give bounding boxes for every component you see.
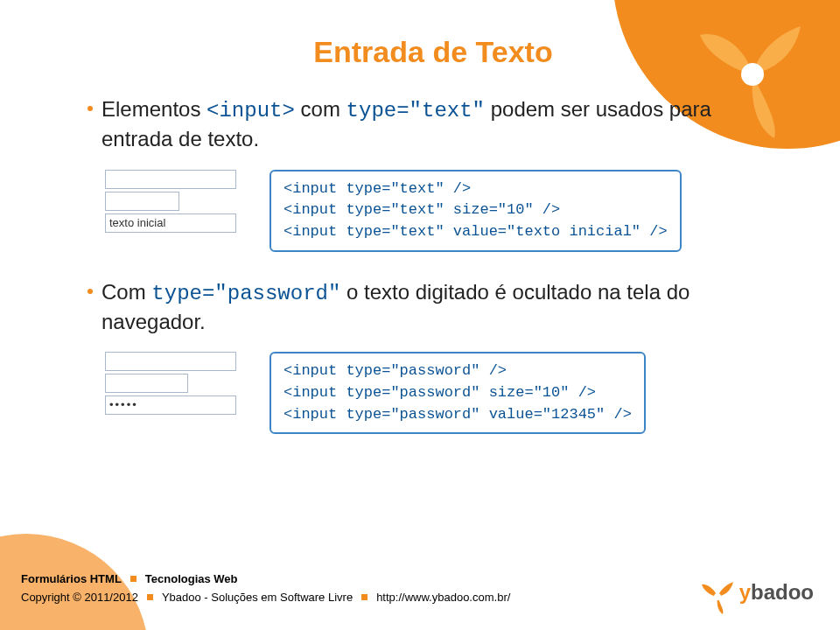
password-input-sample-2 [105,374,188,393]
footer-separator-icon [361,594,368,600]
code-inline: type="password" [151,282,340,305]
text-input-sample-3: texto inicial [105,214,236,233]
footer-separator-icon [130,576,136,582]
code-line: <input type="text" /> [284,180,471,197]
footer-url: http://www.ybadoo.com.br/ [376,591,510,604]
brand-logo-icon [700,578,735,614]
footer-separator-icon [147,594,153,600]
footer-subject: Tecnologias Web [145,572,238,585]
logo-rest: badoo [751,580,814,604]
text-frag: Com [102,280,151,304]
text-input-sample-1 [105,170,236,189]
code-line: <input type="password" /> [284,362,507,379]
footer-line-1: Formulários HTML Tecnologias Web [21,572,819,585]
code-line: <input type="text" value="texto inicial"… [284,223,668,240]
svg-point-1 [714,593,721,600]
bullet-2: Com type="password" o texto digitado é o… [88,278,779,337]
example-1-inputs: texto inicial [105,170,254,233]
code-box-1: <input type="text" /> <input type="text"… [270,170,682,252]
example-2-inputs: ••••• [105,352,254,415]
code-line: <input type="password" value="12345" /> [284,406,632,423]
brand-logo: ybadoo [700,578,814,614]
example-1: texto inicial <input type="text" /> <inp… [105,170,779,252]
code-box-2: <input type="password" /> <input type="p… [270,352,646,434]
code-inline: type="text" [346,99,485,122]
bullet-dot-icon [88,289,93,294]
text-frag: com [295,97,346,121]
code-line: <input type="password" size="10" /> [284,384,596,401]
footer-line-2: Copyright © 2011/2012 Ybadoo - Soluções … [21,591,819,604]
bullet-1: Elementos <input> com type="text" podem … [88,95,779,154]
slide-footer: Formulários HTML Tecnologias Web Copyrig… [0,562,840,630]
brand-logo-text: ybadoo [739,580,814,604]
footer-copyright: Copyright © 2011/2012 [21,591,138,604]
text-frag: Elementos [102,97,206,121]
footer-topic: Formulários HTML [21,572,122,585]
password-input-sample-3: ••••• [105,396,236,415]
footer-company: Ybadoo - Soluções em Software Livre [162,591,353,604]
bullet-2-text: Com type="password" o texto digitado é o… [102,278,779,337]
example-2: ••••• <input type="password" /> <input t… [105,352,779,434]
logo-prefix: y [739,580,751,604]
password-input-sample-1 [105,352,236,371]
code-line: <input type="text" size="10" /> [284,201,560,218]
code-inline: <input> [206,99,295,122]
bullet-dot-icon [88,106,93,111]
bullet-1-text: Elementos <input> com type="text" podem … [102,95,779,154]
slide-title: Entrada de Texto [88,35,779,69]
text-input-sample-2 [105,192,179,211]
slide-body: Entrada de Texto Elementos <input> com t… [0,0,840,560]
